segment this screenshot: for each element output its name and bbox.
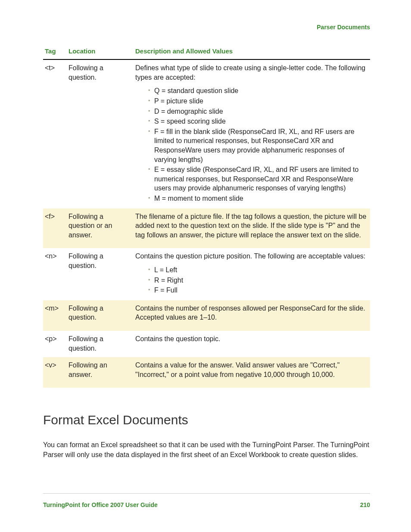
list-item: R = Right: [148, 276, 367, 285]
description-text: Contains the question topic.: [135, 334, 367, 344]
table-row: <f>Following a question or an answer.The…: [43, 208, 370, 249]
running-header: Parser Documents: [43, 24, 370, 31]
col-header-desc: Description and Allowed Values: [134, 44, 370, 59]
description-text: The filename of a picture file. If the t…: [135, 212, 367, 240]
list-item: P = picture slide: [148, 96, 367, 106]
col-header-tag: Tag: [43, 44, 67, 59]
cell-tag: <f>: [43, 208, 67, 249]
cell-tag: <m>: [43, 300, 67, 331]
table-row: <v>Following an answer.Contains a value …: [43, 357, 370, 388]
cell-location: Following a question.: [67, 248, 134, 300]
list-item: S = speed scoring slide: [148, 117, 367, 126]
cell-description: The filename of a picture file. If the t…: [134, 208, 370, 249]
cell-location: Following a question.: [67, 300, 134, 331]
description-text: Contains the question picture position. …: [135, 252, 367, 261]
page-footer: TurningPoint for Office 2007 User Guide …: [43, 493, 370, 508]
table-row: <p>Following a question.Contains the que…: [43, 331, 370, 357]
section-heading: Format Excel Documents: [43, 413, 370, 427]
list-item: F = Full: [148, 286, 367, 295]
list-item: E = essay slide (ResponseCard IR, XL, an…: [148, 165, 367, 193]
bullet-list: Q = standard question slideP = picture s…: [135, 86, 367, 203]
list-item: F = fill in the blank slide (ResponseCar…: [148, 127, 367, 164]
cell-tag: <t>: [43, 59, 67, 208]
cell-description: Contains the number of responses allowed…: [134, 300, 370, 331]
cell-description: Contains the question picture position. …: [134, 248, 370, 300]
cell-description: Contains the question topic.: [134, 331, 370, 357]
col-header-location: Location: [67, 44, 134, 59]
list-item: M = moment to moment slide: [148, 194, 367, 203]
cell-location: Following an answer.: [67, 357, 134, 388]
description-text: Contains the number of responses allowed…: [135, 304, 367, 322]
description-text: Contains a value for the answer. Valid a…: [135, 361, 367, 379]
list-item: L = Left: [148, 265, 367, 275]
footer-title: TurningPoint for Office 2007 User Guide: [43, 501, 158, 508]
table-row: <n>Following a question.Contains the que…: [43, 248, 370, 300]
cell-tag: <v>: [43, 357, 67, 388]
cell-tag: <n>: [43, 248, 67, 300]
cell-location: Following a question.: [67, 59, 134, 208]
cell-tag: <p>: [43, 331, 67, 357]
cell-description: Contains a value for the answer. Valid a…: [134, 357, 370, 388]
list-item: D = demographic slide: [148, 107, 367, 116]
description-text: Defines what type of slide to create usi…: [135, 63, 367, 82]
table-row: <m>Following a question.Contains the num…: [43, 300, 370, 331]
section-body: You can format an Excel spreadsheet so t…: [43, 440, 370, 460]
cell-description: Defines what type of slide to create usi…: [134, 59, 370, 208]
cell-location: Following a question or an answer.: [67, 208, 134, 249]
tags-table: Tag Location Description and Allowed Val…: [43, 44, 370, 388]
footer-page-number: 210: [360, 501, 370, 508]
bullet-list: L = LeftR = RightF = Full: [135, 265, 367, 295]
cell-location: Following a question.: [67, 331, 134, 357]
list-item: Q = standard question slide: [148, 86, 367, 96]
table-row: <t>Following a question.Defines what typ…: [43, 59, 370, 208]
